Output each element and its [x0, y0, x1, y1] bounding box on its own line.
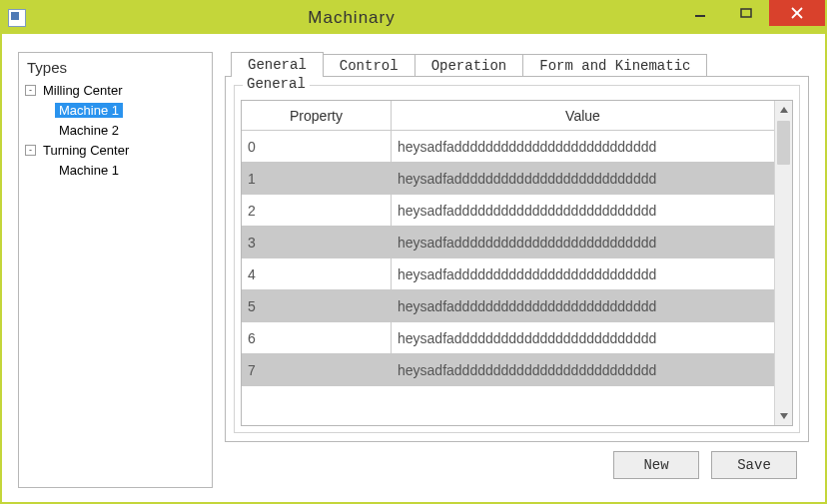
tab-form-and-kinematic[interactable]: Form and Kinematic	[522, 54, 707, 76]
app-window: Machinary Types -Milling CenterMachine 1…	[0, 0, 827, 504]
table-row[interactable]: 7heysadfadddddddddddddddddddddddddd	[242, 354, 774, 386]
cell-value[interactable]: heysadfadddddddddddddddddddddddddd	[392, 163, 774, 194]
tree-node[interactable]: Machine 2	[19, 120, 212, 140]
tree-node[interactable]: -Milling Center	[19, 80, 212, 100]
cell-property[interactable]: 7	[242, 354, 392, 385]
cell-property[interactable]: 1	[242, 163, 392, 194]
general-fieldset: General Property Value 0heysadfadddddddd…	[234, 85, 800, 433]
cell-value[interactable]: heysadfadddddddddddddddddddddddddd	[392, 195, 774, 226]
table-row[interactable]: 6heysadfadddddddddddddddddddddddddd	[242, 322, 774, 354]
scroll-track[interactable]	[775, 119, 792, 407]
cell-value[interactable]: heysadfadddddddddddddddddddddddddd	[392, 131, 774, 162]
client-area: Types -Milling CenterMachine 1Machine 2-…	[2, 34, 825, 502]
expander-icon[interactable]: -	[25, 85, 36, 96]
vertical-scrollbar[interactable]	[774, 101, 792, 425]
cell-value[interactable]: heysadfadddddddddddddddddddddddddd	[392, 354, 774, 385]
cell-property[interactable]: 6	[242, 322, 392, 353]
app-icon	[8, 9, 26, 27]
tree-node[interactable]: Machine 1	[19, 160, 212, 180]
tab-strip: GeneralControlOperationForm and Kinemati…	[231, 52, 809, 76]
cell-property[interactable]: 4	[242, 258, 392, 289]
property-grid[interactable]: Property Value 0heysadfadddddddddddddddd…	[241, 100, 793, 426]
tree[interactable]: -Milling CenterMachine 1Machine 2-Turnin…	[19, 78, 212, 487]
grid-body: 0heysadfadddddddddddddddddddddddddd1heys…	[242, 131, 774, 425]
tree-node-label: Milling Center	[39, 83, 126, 98]
minimize-button[interactable]	[677, 0, 723, 26]
cell-property[interactable]: 3	[242, 227, 392, 257]
titlebar[interactable]: Machinary	[2, 2, 825, 34]
window-controls	[677, 2, 825, 34]
table-row[interactable]: 2heysadfadddddddddddddddddddddddddd	[242, 195, 774, 227]
cell-value[interactable]: heysadfadddddddddddddddddddddddddd	[392, 322, 774, 353]
save-button[interactable]: Save	[711, 451, 797, 479]
cell-value[interactable]: heysadfadddddddddddddddddddddddddd	[392, 258, 774, 289]
table-row[interactable]: 0heysadfadddddddddddddddddddddddddd	[242, 131, 774, 163]
cell-property[interactable]: 5	[242, 290, 392, 321]
grid-header: Property Value	[242, 101, 774, 131]
expander-icon[interactable]: -	[25, 145, 36, 156]
window-title: Machinary	[26, 8, 677, 28]
cell-property[interactable]: 0	[242, 131, 392, 162]
scroll-up-icon[interactable]	[775, 101, 792, 119]
right-panel: GeneralControlOperationForm and Kinemati…	[225, 52, 809, 488]
table-row[interactable]: 1heysadfadddddddddddddddddddddddddd	[242, 163, 774, 195]
new-button[interactable]: New	[613, 451, 699, 479]
tree-node[interactable]: -Turning Center	[19, 140, 212, 160]
svg-rect-1	[741, 9, 751, 17]
tree-panel: Types -Milling CenterMachine 1Machine 2-…	[18, 52, 213, 488]
scroll-thumb[interactable]	[777, 121, 790, 165]
table-row[interactable]: 4heysadfadddddddddddddddddddddddddd	[242, 258, 774, 290]
maximize-button[interactable]	[723, 0, 769, 26]
tab-control[interactable]: Control	[323, 54, 415, 76]
scroll-down-icon[interactable]	[775, 407, 792, 425]
tree-node-label: Machine 1	[55, 163, 123, 178]
table-row[interactable]: 5heysadfadddddddddddddddddddddddddd	[242, 290, 774, 322]
tree-title: Types	[19, 53, 212, 78]
tree-node[interactable]: Machine 1	[19, 100, 212, 120]
tab-operation[interactable]: Operation	[414, 54, 524, 76]
fieldset-legend: General	[243, 76, 310, 92]
tree-node-label: Machine 1	[55, 103, 123, 118]
tab-general[interactable]: General	[231, 52, 324, 77]
table-row[interactable]: 3heysadfadddddddddddddddddddddddddd	[242, 227, 774, 258]
tab-body: General Property Value 0heysadfadddddddd…	[225, 76, 809, 442]
button-bar: New Save	[225, 442, 809, 488]
col-header-property[interactable]: Property	[242, 101, 392, 130]
cell-value[interactable]: heysadfadddddddddddddddddddddddddd	[392, 290, 774, 321]
svg-marker-5	[780, 413, 788, 419]
cell-value[interactable]: heysadfadddddddddddddddddddddddddd	[392, 227, 774, 257]
close-button[interactable]	[769, 0, 825, 26]
cell-property[interactable]: 2	[242, 195, 392, 226]
col-header-value[interactable]: Value	[392, 101, 774, 130]
tree-node-label: Machine 2	[55, 123, 123, 138]
tree-node-label: Turning Center	[39, 143, 133, 158]
svg-marker-4	[780, 107, 788, 113]
